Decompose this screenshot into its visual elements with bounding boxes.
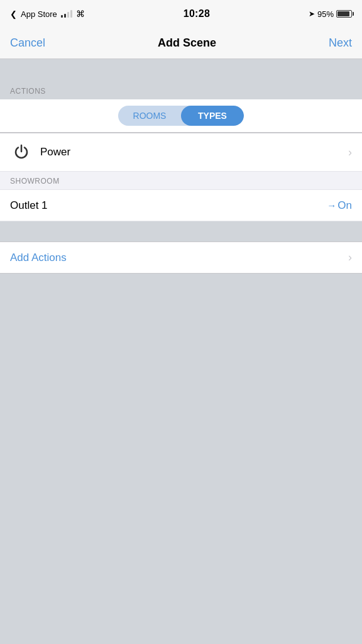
signal-bars [61,10,72,18]
next-button[interactable]: Next [329,36,352,50]
segment-row: ROOMS TYPES [0,99,362,133]
battery-percent: 95% [317,9,334,19]
outlet-label: Outlet 1 [10,199,327,212]
cancel-button[interactable]: Cancel [10,36,45,50]
content-area: ACTIONS ROOMS TYPES Power › SHOWROOM Out… [0,59,362,550]
nav-bar: Cancel Add Scene Next [0,28,362,59]
bottom-area [0,274,362,550]
location-icon: ➤ [309,9,315,18]
top-gap [0,59,362,82]
section-divider [0,221,362,242]
power-row[interactable]: Power › [0,133,362,172]
power-section: Power › SHOWROOM Outlet 1 → On [0,133,362,221]
status-right: ➤ 95% [309,9,352,19]
status-bar: ❮ App Store ⌘ 10:28 ➤ 95% [0,0,362,28]
rooms-tab[interactable]: ROOMS [118,106,181,126]
power-icon [10,141,33,164]
outlet-row[interactable]: Outlet 1 → On [0,190,362,221]
wifi-icon: ⌘ [76,9,85,19]
status-time: 10:28 [184,8,210,19]
outlet-value: On [337,199,352,212]
outlet-arrow: → [327,200,336,211]
outlet-status: → On [327,199,352,212]
status-left: ❮ App Store ⌘ [10,9,85,19]
segment-control: ROOMS TYPES [118,106,244,126]
back-icon: ❮ [10,9,17,19]
carrier-label: App Store [21,9,57,19]
actions-section-label: ACTIONS [0,82,362,99]
battery-icon [336,10,352,18]
add-actions-row[interactable]: Add Actions › [0,242,362,274]
add-actions-label: Add Actions [10,252,343,264]
power-chevron: › [348,146,352,159]
page-title: Add Scene [158,36,216,50]
add-actions-chevron: › [348,251,352,264]
types-tab[interactable]: TYPES [181,106,244,126]
power-label: Power [40,146,343,158]
showroom-header: SHOWROOM [0,172,362,190]
